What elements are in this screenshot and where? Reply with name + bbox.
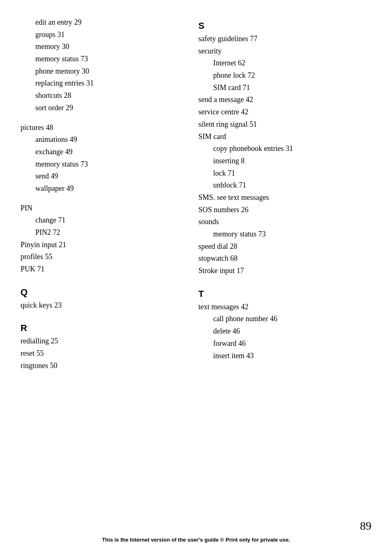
list-item: animations 49 [21, 134, 182, 146]
list-item: SIM card [198, 131, 371, 143]
list-item: Stroke input 17 [198, 265, 371, 277]
list-item: stopwatch 68 [198, 252, 371, 265]
pictures-section: pictures 48 animations 49 exchange 49 me… [21, 122, 182, 195]
list-item: forward 46 [198, 338, 371, 350]
list-item: call phone number 46 [198, 313, 371, 325]
list-item: text messages 42 [198, 301, 371, 313]
list-item: phone lock 72 [198, 69, 371, 82]
list-item: exchange 49 [21, 146, 182, 158]
list-item: insert item 43 [198, 350, 371, 362]
list-item: memory status 73 [198, 228, 371, 241]
t-section: T text messages 42 call phone number 46 … [198, 289, 371, 362]
list-item: delete 46 [198, 325, 371, 338]
list-item: Pinyin input 21 [21, 239, 182, 251]
q-section: Q quick keys 23 [21, 287, 182, 312]
list-item: speed dial 28 [198, 241, 371, 253]
list-item: profiles 55 [21, 251, 182, 263]
section-letter-t: T [198, 289, 371, 299]
s-section: S safety guidelines 77 security Internet… [198, 21, 371, 277]
list-item: replacing entries 31 [21, 77, 182, 90]
list-item: pictures 48 [21, 122, 182, 134]
list-item: copy phonebook entries 31 [198, 143, 371, 155]
list-item: sounds [198, 216, 371, 228]
list-item: lock 71 [198, 167, 371, 180]
list-item: sort order 29 [21, 102, 182, 114]
list-item: redialling 25 [21, 335, 182, 347]
list-item: PIN [21, 202, 182, 215]
list-item: PUK 71 [21, 263, 182, 276]
footer-text: This is the Internet version of the user… [0, 537, 392, 543]
list-item: PIN2 72 [21, 227, 182, 239]
list-item: ringtones 50 [21, 360, 182, 372]
left-column: edit an entry 29 groups 31 memory 30 mem… [21, 16, 190, 380]
list-item: inserting 8 [198, 155, 371, 167]
list-item: service centre 42 [198, 106, 371, 118]
r-section: R redialling 25 reset 55 ringtones 50 [21, 323, 182, 372]
left-top-items: edit an entry 29 groups 31 memory 30 mem… [21, 16, 182, 114]
list-item: unblock 71 [198, 179, 371, 192]
section-letter-r: R [21, 323, 182, 334]
list-item: memory status 73 [21, 53, 182, 65]
list-item: wallpaper 49 [21, 183, 182, 195]
section-letter-s: S [198, 21, 371, 31]
list-item: reset 55 [21, 347, 182, 360]
list-item: change 71 [21, 214, 182, 227]
page-number: 89 [360, 519, 371, 533]
list-item: send 49 [21, 170, 182, 183]
list-item: quick keys 23 [21, 299, 182, 312]
list-item: SMS. see text messages [198, 192, 371, 204]
list-item: SIM card 71 [198, 82, 371, 94]
section-letter-q: Q [21, 287, 182, 298]
list-item: memory 30 [21, 41, 182, 53]
list-item: groups 31 [21, 29, 182, 41]
pin-section: PIN change 71 PIN2 72 Pinyin input 21 pr… [21, 202, 182, 276]
right-column: S safety guidelines 77 security Internet… [190, 16, 371, 380]
list-item: memory status 73 [21, 158, 182, 171]
list-item: phone memory 30 [21, 65, 182, 78]
list-item: safety guidelines 77 [198, 33, 371, 45]
list-item: Internet 62 [198, 57, 371, 69]
list-item: security [198, 45, 371, 58]
list-item: send a message 42 [198, 94, 371, 106]
list-item: edit an entry 29 [21, 16, 182, 29]
list-item: silent ring signal 51 [198, 118, 371, 131]
list-item: SOS numbers 26 [198, 204, 371, 216]
list-item: shortcuts 28 [21, 90, 182, 102]
